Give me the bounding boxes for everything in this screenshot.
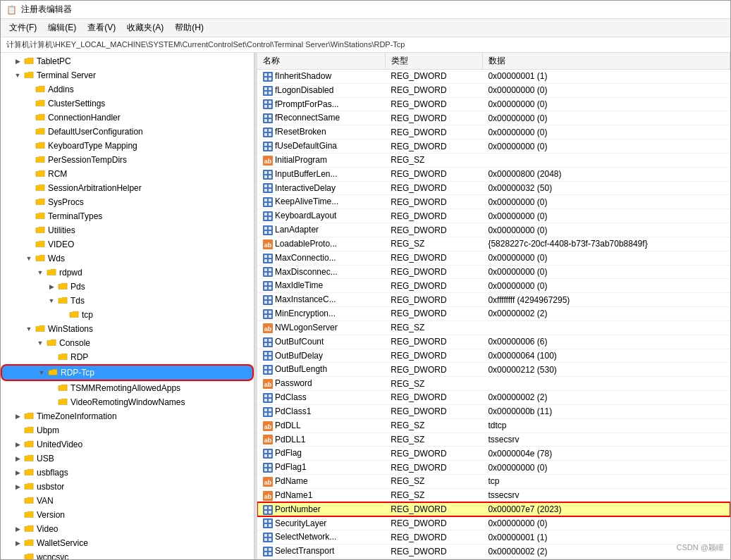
expand-icon[interactable]: ▶ [12, 481, 23, 492]
tree-item[interactable]: VIDEO [1, 237, 254, 251]
expand-icon[interactable] [12, 495, 23, 506]
expand-icon[interactable] [57, 309, 68, 321]
table-row[interactable]: SelectNetwork...REG_DWORD0x00000001 (1) [257, 530, 730, 545]
expand-icon[interactable]: ▶ [12, 56, 23, 67]
tree-item[interactable]: ▶UnitedVideo [1, 437, 254, 452]
tree-item[interactable]: ▼Wds [1, 251, 254, 266]
expand-icon[interactable]: ▶ [12, 439, 23, 450]
tree-item[interactable]: RDP [1, 350, 254, 364]
tree-item[interactable]: tcp [1, 308, 254, 322]
tree-item[interactable]: ▶TimeZoneInformation [1, 409, 254, 423]
table-row[interactable]: OutBufCountREG_DWORD0x00000006 (6) [257, 335, 730, 349]
expand-icon[interactable]: ▶ [12, 411, 23, 422]
expand-icon[interactable] [23, 112, 35, 123]
table-row[interactable]: PdFlagREG_DWORD0x0000004e (78) [257, 447, 730, 461]
table-row[interactable]: abPdName1REG_SZtssecsrv [257, 488, 730, 502]
table-row[interactable]: ShadowREG_DWORD0x00000001 (1) [257, 558, 730, 559]
menu-favorites[interactable]: 收藏夹(A) [121, 20, 169, 35]
tree-item[interactable]: TSMMRemotingAllowedApps [1, 381, 254, 395]
tree-item[interactable]: VideoRemotingWindowNames [1, 395, 254, 409]
table-row[interactable]: SelectTransportREG_DWORD0x00000002 (2) [257, 545, 730, 559]
expand-icon[interactable]: ▼ [35, 337, 46, 349]
tree-item[interactable]: KeyboardType Mapping [1, 139, 254, 153]
expand-icon[interactable] [23, 140, 35, 151]
tree-item[interactable]: ▶usbflags [1, 466, 254, 480]
expand-icon[interactable]: ▶ [12, 467, 23, 478]
tree-item[interactable]: ▼RDP-Tcp [1, 364, 254, 381]
table-row[interactable]: KeepAliveTime...REG_DWORD0x00000000 (0) [257, 195, 730, 209]
table-row[interactable]: abPasswordREG_SZ [257, 377, 730, 391]
table-row[interactable]: KeyboardLayoutREG_DWORD0x00000000 (0) [257, 209, 730, 223]
table-row[interactable]: PdFlag1REG_DWORD0x00000000 (0) [257, 461, 730, 475]
expand-icon[interactable] [12, 425, 23, 436]
expand-icon[interactable] [23, 168, 35, 180]
table-row[interactable]: OutBufDelayREG_DWORD0x00000064 (100) [257, 349, 730, 363]
tree-item[interactable]: ▶usbstor [1, 480, 254, 494]
tree-item[interactable]: DefaultUserConfiguration [1, 125, 254, 139]
table-row[interactable]: PdClassREG_DWORD0x00000002 (2) [257, 391, 730, 405]
tree-item[interactable]: ▶TabletPC [1, 54, 254, 68]
expand-icon[interactable] [23, 84, 35, 95]
table-row[interactable]: fLogonDisabledREG_DWORD0x00000000 (0) [257, 83, 730, 97]
expand-icon[interactable]: ▶ [12, 453, 23, 464]
tree-item[interactable]: Ubpm [1, 423, 254, 437]
expand-icon[interactable] [12, 552, 23, 559]
expand-icon[interactable] [46, 382, 57, 394]
expand-icon[interactable] [12, 509, 23, 521]
tree-item[interactable]: VAN [1, 494, 254, 508]
registry-tree-panel[interactable]: ▶TabletPC▼Terminal ServerAddinsClusterSe… [1, 53, 254, 559]
tree-item[interactable]: Addins [1, 82, 254, 97]
expand-icon[interactable]: ▼ [12, 70, 23, 81]
tree-item[interactable]: ClusterSettings [1, 97, 254, 111]
table-row[interactable]: MaxConnectio...REG_DWORD0x00000000 (0) [257, 251, 730, 265]
table-row[interactable]: abPdNameREG_SZtcp [257, 475, 730, 489]
expand-icon[interactable] [46, 351, 57, 363]
tree-item[interactable]: Utilities [1, 223, 254, 237]
tree-item[interactable]: ConnectionHandler [1, 111, 254, 125]
tree-item[interactable]: ▶USB [1, 452, 254, 466]
tree-item[interactable]: SysProcs [1, 195, 254, 209]
tree-item[interactable]: ▼Console [1, 336, 254, 350]
expand-icon[interactable] [23, 154, 35, 166]
table-row[interactable]: MinEncryption...REG_DWORD0x00000002 (2) [257, 307, 730, 321]
tree-item[interactable]: RCM [1, 167, 254, 181]
expand-icon[interactable] [23, 182, 35, 194]
menu-file[interactable]: 文件(F) [4, 20, 42, 35]
table-row[interactable]: PdClass1REG_DWORD0x0000000b (11) [257, 404, 730, 418]
table-row[interactable]: fReconnectSameREG_DWORD0x00000000 (0) [257, 111, 730, 125]
table-row[interactable]: abPdDLL1REG_SZtssecsrv [257, 433, 730, 447]
expand-icon[interactable] [23, 98, 35, 109]
registry-values-panel[interactable]: 名称 类型 数据 fInheritShadowREG_DWORD0x000000… [257, 53, 730, 559]
table-row[interactable]: MaxInstanceC...REG_DWORD0xffffffff (4294… [257, 293, 730, 307]
expand-icon[interactable] [23, 197, 35, 208]
expand-icon[interactable] [23, 211, 35, 222]
table-row[interactable]: MaxDisconnec...REG_DWORD0x00000000 (0) [257, 265, 730, 279]
table-row[interactable]: PortNumberREG_DWORD0x000007e7 (2023) [257, 502, 730, 516]
table-row[interactable]: abLoadableProto...REG_SZ{5828227c-20cf-4… [257, 237, 730, 251]
expand-icon[interactable]: ▶ [12, 523, 23, 535]
table-row[interactable]: LanAdapterREG_DWORD0x00000000 (0) [257, 223, 730, 237]
tree-item[interactable]: ▼Terminal Server [1, 68, 254, 82]
table-row[interactable]: MaxIdleTimeREG_DWORD0x00000000 (0) [257, 279, 730, 293]
tree-item[interactable]: ▶WalletService [1, 536, 254, 550]
table-row[interactable]: OutBufLengthREG_DWORD0x00000212 (530) [257, 363, 730, 377]
expand-icon[interactable]: ▼ [23, 253, 35, 264]
table-row[interactable]: InteractiveDelayREG_DWORD0x00000032 (50) [257, 181, 730, 195]
menu-edit[interactable]: 编辑(E) [42, 20, 82, 35]
tree-item[interactable]: TerminalTypes [1, 209, 254, 223]
tree-item[interactable]: ▼Tds [1, 294, 254, 308]
tree-item[interactable]: Version [1, 508, 254, 522]
expand-icon[interactable] [23, 225, 35, 236]
table-row[interactable]: abNWLogonServerREG_SZ [257, 321, 730, 335]
expand-icon[interactable]: ▶ [46, 281, 57, 292]
expand-icon[interactable]: ▼ [23, 323, 35, 335]
expand-icon[interactable]: ▼ [36, 367, 47, 378]
tree-item[interactable]: ▼rdpwd [1, 266, 254, 280]
table-row[interactable]: SecurityLayerREG_DWORD0x00000000 (0) [257, 516, 730, 530]
tree-item[interactable]: ▶Pds [1, 280, 254, 294]
table-row[interactable]: abPdDLLREG_SZtdtcp [257, 418, 730, 433]
table-row[interactable]: fResetBrokenREG_DWORD0x00000000 (0) [257, 125, 730, 139]
tree-item[interactable]: wcncsvc [1, 550, 254, 559]
expand-icon[interactable]: ▼ [35, 267, 46, 278]
table-row[interactable]: InputBufferLen...REG_DWORD0x00000800 (20… [257, 167, 730, 181]
